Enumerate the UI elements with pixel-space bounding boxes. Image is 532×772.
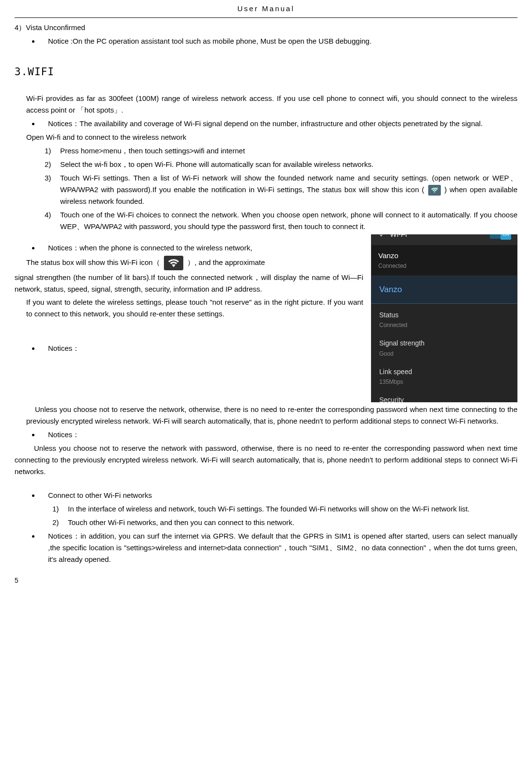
connect-other-step-2: Touch other Wi-Fi networks, and then you… — [68, 517, 517, 528]
field-label: Status — [379, 310, 509, 320]
field-label: Link speed — [379, 366, 509, 377]
open-wifi-heading: Open Wi-fi and to connect to the wireles… — [26, 131, 517, 143]
page-number: 5 — [15, 575, 517, 586]
notice-availability: Notices：The availability and coverage of… — [48, 118, 517, 130]
notice-label: Notices： — [48, 343, 363, 354]
field-status: Status Connected — [371, 306, 517, 334]
dialog-title: Vanzo — [371, 276, 517, 303]
field-security: Security WPA/WPA2 PSK — [371, 391, 517, 402]
bullet-icon — [32, 347, 34, 350]
notice-label: Notices： — [48, 429, 517, 441]
intro-paragraph: Wi-Fi provides as far as 300feet (100M) … — [26, 93, 517, 116]
bullet-icon — [32, 247, 34, 249]
field-signal: Signal strength Good — [371, 334, 517, 362]
phone-appbar: Wi-Fi ON — [371, 234, 517, 246]
step-number: 2) — [52, 517, 68, 528]
notice-reserve-1-text: Unless you choose not to reserve the net… — [26, 405, 517, 425]
field-link-speed: Link speed 135Mbps — [371, 362, 517, 391]
notice-reserve-2-text: Unless you choose not to reserve the net… — [15, 444, 517, 476]
phone-appbar-title: Wi-Fi — [390, 234, 407, 241]
step-number: 1) — [45, 145, 60, 157]
notice-connected: Notices：when the phone is connected to t… — [48, 242, 363, 254]
step-number: 3) — [45, 172, 60, 184]
svg-text:?: ? — [436, 187, 438, 190]
notice-gprs: Notices：in addition, you can surf the in… — [48, 530, 517, 565]
bullet-icon — [32, 40, 34, 43]
bullet-icon — [32, 434, 34, 436]
bullet-icon — [32, 494, 34, 497]
dialog-body: Status Connected Signal strength Good Li… — [371, 304, 517, 402]
vista-line: 4）Vista Unconfirmed — [15, 22, 517, 33]
connected-status: Connected — [378, 262, 510, 271]
step-3-text: Touch Wi-Fi settings. Then a list of Wi-… — [60, 172, 517, 207]
section-heading-wifi: 3.WIFI — [15, 64, 517, 81]
connect-other-title: Connect to other Wi-Fi networks — [48, 490, 517, 501]
notice-reserve-1: Unless you choose not to reserve the net… — [26, 404, 517, 427]
step-1-text: Press home>menu，then touch settings>wifi… — [60, 145, 517, 157]
phone-screenshot: 22:32 Wi-Fi ON Vanzo Connected Vanzo Sta… — [371, 234, 517, 402]
status-para-pre: The status box will show this Wi-Fi icon… — [26, 258, 160, 266]
field-value: 135Mbps — [379, 378, 509, 387]
notice-reserve-2: Unless you choose not to reserve the net… — [15, 443, 517, 477]
bullet-icon — [32, 123, 34, 125]
notice-usb-text: Notice :On the PC operation assistant to… — [48, 35, 517, 47]
step-number: 1) — [52, 503, 68, 515]
field-value: Good — [379, 349, 509, 359]
step-number: 4) — [45, 209, 60, 221]
step-number: 2) — [45, 159, 60, 170]
wifi-available-icon: ? — [428, 185, 441, 196]
wifi-connected-icon — [164, 256, 183, 270]
connect-other-step-1: In the interface of wireless and network… — [68, 503, 517, 515]
bullet-icon — [32, 535, 34, 538]
page-header: User Manual — [15, 0, 517, 18]
field-label: Security — [379, 394, 509, 402]
wifi-icon — [377, 234, 385, 238]
step-2-text: Select the wi-fi box，to open Wi-Fi. Phon… — [60, 159, 517, 170]
field-label: Signal strength — [379, 338, 509, 348]
field-value: Connected — [379, 321, 509, 330]
step-4-text: Touch one of the Wi-Fi choices to connec… — [60, 209, 517, 232]
phone-connected-network[interactable]: Vanzo Connected — [371, 245, 517, 276]
toggle-on-icon[interactable]: ON — [490, 234, 511, 239]
status-para-post: ）, and the approximate — [187, 258, 265, 266]
connected-ssid: Vanzo — [378, 250, 510, 262]
